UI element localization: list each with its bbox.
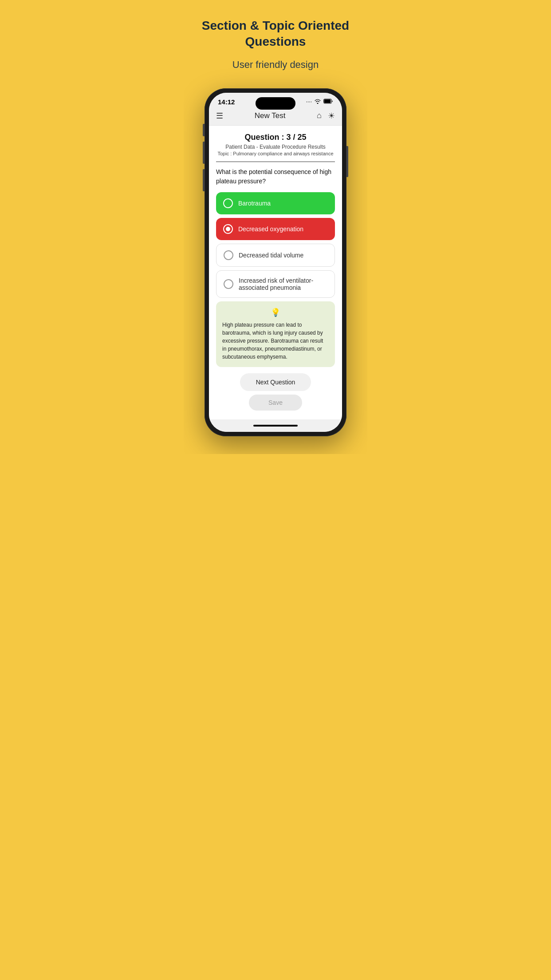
explanation-text: High plateau pressure can lead to barotr… [222,321,329,361]
banner-subtitle: User friendly design [197,59,354,71]
home-bar [253,425,298,427]
answer-text-a: Barotrauma [238,200,271,207]
answer-option-a[interactable]: Barotrauma [216,192,335,214]
answer-text-c: Decreased tidal volume [239,252,303,259]
answer-option-b[interactable]: Decreased oxygenation [216,218,335,240]
nav-right-icons: ⌂ ☀ [317,111,335,121]
save-button[interactable]: Save [249,395,303,411]
status-icons: ···· [306,99,333,105]
answer-text-d: Increased risk of ventilator-associated … [239,277,327,291]
question-text: What is the potential consequence of hig… [216,167,335,186]
home-indicator [209,419,342,432]
phone-wrapper: 14:12 ···· [184,84,367,436]
radio-a [223,198,233,208]
answer-option-c[interactable]: Decreased tidal volume [216,244,335,267]
question-section: Patient Data - Evaluate Procedure Result… [216,144,335,150]
nav-bar: ☰ New Test ⌂ ☀ [209,107,342,126]
brightness-icon[interactable]: ☀ [328,111,335,121]
radio-d [224,279,233,289]
home-icon[interactable]: ⌂ [317,111,322,120]
question-number: Question : 3 / 25 [216,133,335,142]
wifi-icon [314,99,321,105]
signal-icon: ···· [306,99,312,105]
answer-option-d[interactable]: Increased risk of ventilator-associated … [216,270,335,298]
explanation-box: 💡 High plateau pressure can lead to baro… [216,301,335,367]
phone-screen: 14:12 ···· [209,93,342,432]
phone-side-btn-vol-down [203,169,205,191]
menu-icon[interactable]: ☰ [216,111,223,121]
banner-title: Section & Topic Oriented Questions [197,18,354,50]
radio-b [223,224,233,234]
nav-title: New Test [255,111,286,120]
phone-side-btn-vol-up [203,142,205,164]
status-bar: 14:12 ···· [209,93,342,107]
top-banner: Section & Topic Oriented Questions User … [184,0,367,84]
question-topic: Topic : Pulmonary compliance and airways… [216,151,335,156]
svg-rect-1 [324,99,331,103]
bottom-banner [184,436,367,454]
question-header: Question : 3 / 25 Patient Data - Evaluat… [216,133,335,162]
status-time: 14:12 [218,98,235,106]
phone-device: 14:12 ···· [205,88,346,436]
next-question-button[interactable]: Next Question [240,373,311,391]
dynamic-island [256,97,295,110]
answer-text-b: Decreased oxygenation [238,225,303,233]
phone-side-btn-power [346,146,348,177]
battery-icon [323,99,333,105]
explanation-icon: 💡 [222,308,329,317]
phone-side-btn-silent [203,124,205,136]
content-area: Question : 3 / 25 Patient Data - Evaluat… [209,126,342,419]
radio-c [224,250,233,260]
